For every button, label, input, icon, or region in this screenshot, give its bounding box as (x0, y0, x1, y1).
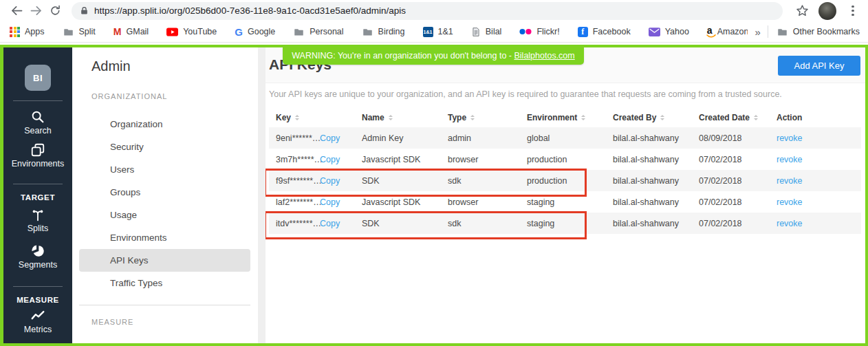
copy-link[interactable]: Copy (320, 133, 340, 143)
column-header-created-by[interactable]: Created By (606, 113, 692, 122)
bookmark-item[interactable]: YouTube (166, 27, 217, 36)
admin-nav-item-security[interactable]: Security (72, 136, 258, 158)
sidebar-item-splits[interactable]: Splits (3, 207, 72, 235)
action-cell: revoke (770, 197, 861, 207)
bookmark-label: Apps (25, 27, 45, 36)
admin-nav-item-groups[interactable]: Groups (72, 181, 258, 204)
environment-cell: production (520, 155, 606, 164)
bookmark-item[interactable]: 1&11&1 (423, 27, 453, 37)
org-avatar[interactable]: BI (25, 65, 51, 91)
table-row: 3m7h*****…Copy Javascript SDK browser pr… (269, 149, 861, 170)
copy-link[interactable]: Copy (320, 176, 340, 186)
revoke-link[interactable]: revoke (777, 219, 803, 228)
action-cell: revoke (770, 133, 861, 143)
sort-icon[interactable] (581, 115, 585, 120)
column-header-type[interactable]: Type (441, 113, 520, 122)
copy-link[interactable]: Copy (320, 219, 340, 228)
other-bookmarks[interactable]: Other Bookmarks (777, 27, 860, 37)
admin-nav-item-traffic-types[interactable]: Traffic Types (72, 272, 258, 294)
folder-icon (777, 27, 788, 37)
column-label: Created By (613, 113, 656, 122)
name-cell: SDK (355, 176, 441, 186)
bookmark-item[interactable]: fFacebook (578, 27, 631, 37)
bookmark-item[interactable]: MGMail (113, 27, 149, 36)
created-by-cell: bilal.al-shahwany (606, 176, 692, 186)
environment-cell: staging (520, 219, 606, 228)
reload-icon[interactable] (45, 1, 65, 21)
revoke-link[interactable]: revoke (777, 133, 803, 143)
bookmark-label: YouTube (183, 27, 217, 36)
key-cell: f9sf*******…Copy (269, 176, 355, 186)
google-icon: G (235, 27, 243, 37)
api-key-masked: f9sf*******… (276, 176, 320, 186)
column-header-environment[interactable]: Environment (520, 113, 606, 122)
copy-link[interactable]: Copy (320, 155, 340, 164)
bookmark-label: 1&1 (438, 27, 453, 36)
sort-icon[interactable] (389, 115, 393, 120)
lock-icon (80, 6, 89, 15)
bookmark-item[interactable]: Apps (10, 27, 45, 37)
admin-nav-item-users[interactable]: Users (72, 158, 258, 181)
bookmarks-overflow-chevron[interactable]: » (748, 26, 767, 38)
sidebar-item-label: Search (24, 127, 52, 136)
oneandone-icon: 1&1 (423, 27, 433, 37)
column-label: Type (448, 113, 466, 122)
profile-avatar[interactable] (818, 2, 836, 20)
column-header-name[interactable]: Name (355, 113, 441, 122)
sort-icon[interactable] (470, 115, 475, 120)
created-by-cell: bilal.al-shahwany (606, 219, 692, 228)
sidebar-item-label: Environments (12, 160, 64, 169)
sort-icon[interactable] (660, 115, 664, 120)
apps-grid-icon (10, 27, 20, 37)
admin-nav-item-event-types[interactable]: Event Types (72, 340, 258, 343)
api-key-masked: 3m7h*****… (276, 155, 320, 164)
revoke-link[interactable]: revoke (777, 155, 803, 164)
type-cell: sdk (441, 176, 520, 186)
admin-nav-item-environments[interactable]: Environments (72, 226, 258, 249)
table-row: 9eni******…Copy Admin Key admin global b… (269, 127, 861, 149)
column-header-created-date[interactable]: Created Date (692, 113, 770, 122)
bookmark-item[interactable]: Bilal (471, 27, 502, 37)
other-bookmarks-label: Other Bookmarks (793, 27, 860, 36)
bookmark-item[interactable]: GGoogle (235, 27, 275, 37)
column-header-key[interactable]: Key (269, 113, 355, 122)
sidebar-section-title: MEASURE (3, 296, 72, 304)
created-by-cell: bilal.al-shahwany (606, 133, 692, 143)
primary-sidebar: BI SearchEnvironmentsTARGETSplitsSegment… (3, 47, 72, 343)
bookmark-item[interactable]: Personal (293, 27, 343, 37)
column-label: Key (276, 113, 291, 122)
sidebar-divider (13, 184, 63, 184)
sidebar-item-environments[interactable]: Environments (3, 142, 72, 170)
admin-nav-item-api-keys[interactable]: API Keys (79, 249, 250, 272)
revoke-link[interactable]: revoke (777, 176, 803, 186)
bookmark-item[interactable]: Birding (362, 27, 405, 37)
bookmark-label: Bilal (486, 27, 502, 36)
bookmark-item[interactable]: Flickr! (519, 27, 559, 36)
facebook-icon: f (578, 27, 588, 37)
address-bar[interactable]: https://app.split.io/org/025b6d00-7e36-1… (72, 2, 783, 20)
sidebar-item-metrics[interactable]: Metrics (3, 308, 72, 336)
forward-icon[interactable] (26, 1, 45, 21)
amazon-icon: a (707, 25, 713, 38)
star-icon[interactable] (792, 1, 812, 21)
copy-link[interactable]: Copy (320, 197, 340, 207)
add-api-key-button[interactable]: Add API Key (778, 56, 860, 76)
admin-nav-item-usage[interactable]: Usage (72, 204, 258, 226)
bookmark-label: Amazon (717, 27, 748, 36)
sort-icon[interactable] (754, 115, 758, 120)
bookmark-item[interactable]: Yahoo (649, 27, 689, 36)
bookmark-item[interactable]: aAmazon (707, 25, 748, 38)
admin-nav-item-organization[interactable]: Organization (72, 113, 258, 136)
warning-org-link[interactable]: Bilalphotos.com (514, 51, 575, 61)
bookmark-item[interactable]: Split (63, 27, 96, 37)
bookmarks-divider (768, 25, 768, 38)
back-icon[interactable] (7, 1, 26, 21)
key-cell: 3m7h*****…Copy (269, 155, 355, 164)
sidebar-item-search[interactable]: Search (3, 109, 72, 137)
sort-icon[interactable] (295, 115, 299, 120)
sidebar-item-segments[interactable]: Segments (3, 244, 72, 271)
revoke-link[interactable]: revoke (777, 197, 803, 207)
menu-icon[interactable] (843, 1, 862, 21)
bookmark-label: Split (79, 27, 96, 36)
folder-icon (63, 27, 74, 37)
